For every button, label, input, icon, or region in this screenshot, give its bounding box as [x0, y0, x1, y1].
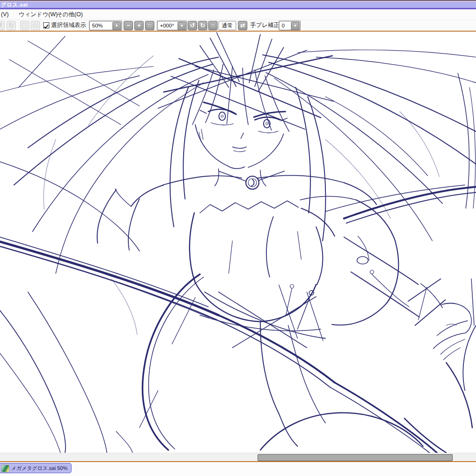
rotate-cw-icon: ↻ — [200, 22, 205, 29]
blend-mode-label: 通常 — [222, 22, 233, 29]
angle-value: +000° — [160, 21, 174, 30]
undo-button[interactable]: ↺ — [0, 21, 5, 30]
statusbar: メガメタグロス.sai 50% — [0, 462, 476, 476]
flip-horizontal-icon: ⇄ — [240, 22, 245, 29]
transform-selection-icon: ⬚ — [22, 22, 27, 29]
rotate-reset-button[interactable]: □ — [208, 21, 218, 30]
zoom-value: 50% — [92, 21, 103, 30]
window-title: グロス.sai — [1, 2, 28, 8]
chevron-down-icon: ▼ — [180, 24, 184, 28]
zoom-combobox[interactable]: 50% ▼ — [89, 21, 122, 30]
zoom-reset-icon: □ — [148, 23, 151, 28]
horizontal-scrollbar[interactable] — [0, 453, 476, 461]
ellipse-selection-icon: ⬭ — [33, 22, 38, 29]
rotate-ccw-icon: ↺ — [190, 22, 195, 29]
blend-mode-button[interactable]: 通常 — [218, 21, 236, 30]
rotate-cw-button[interactable]: ↻ — [198, 21, 207, 30]
stabilizer-combobox[interactable]: 0 ▼ — [279, 21, 300, 30]
angle-combobox[interactable]: +000° ▼ — [157, 21, 187, 30]
zoom-in-icon: + — [137, 22, 141, 29]
document-tab-name: メガメタグロス.sai — [11, 463, 56, 473]
undo-icon: ↺ — [0, 22, 2, 29]
drawing-canvas[interactable] — [0, 32, 476, 453]
menu-view[interactable]: (V) — [1, 9, 9, 20]
sai-application-window: グロス.sai (V) ウィンドウ(W) その他(O) ↺ ↻ ⬚ ⬭ 選択領域… — [0, 0, 476, 476]
document-thumbnail-icon — [1, 465, 9, 472]
horizontal-scrollbar-thumb[interactable] — [258, 454, 453, 461]
zoom-out-button[interactable]: − — [124, 21, 133, 30]
menubar: (V) ウィンドウ(W) その他(O) — [0, 9, 476, 20]
zoom-dropdown-button[interactable]: ▼ — [112, 22, 121, 30]
angle-dropdown-button[interactable]: ▼ — [178, 22, 186, 30]
selection-area-checkbox[interactable] — [43, 22, 49, 28]
transform-selection-button[interactable]: ⬚ — [20, 21, 29, 30]
menu-others[interactable]: その他(O) — [57, 9, 83, 20]
titlebar[interactable]: グロス.sai — [0, 2, 476, 8]
document-tab-zoom: 50% — [57, 463, 67, 473]
redo-button[interactable]: ↻ — [7, 21, 16, 30]
stabilizer-label: 手ブレ補正 — [250, 20, 279, 31]
checkmark-icon — [44, 24, 49, 29]
zoom-reset-button[interactable]: □ — [145, 21, 154, 30]
stabilizer-value: 0 — [282, 21, 284, 30]
selection-area-label: 選択領域表示 — [51, 20, 86, 31]
rotate-ccw-button[interactable]: ↺ — [188, 21, 197, 30]
redo-icon: ↻ — [9, 22, 14, 29]
ellipse-selection-button[interactable]: ⬭ — [31, 21, 40, 30]
menu-window[interactable]: ウィンドウ(W) — [19, 9, 58, 20]
flip-horizontal-button[interactable]: ⇄ — [238, 21, 247, 30]
sketch-drawing — [0, 32, 476, 453]
document-tab[interactable]: メガメタグロス.sai 50% — [0, 463, 72, 473]
zoom-in-button[interactable]: + — [134, 21, 144, 30]
chevron-down-icon: ▼ — [293, 24, 297, 28]
toolbar: ↺ ↻ ⬚ ⬭ 選択領域表示 50% ▼ − + □ — [0, 20, 476, 31]
chevron-down-icon: ▼ — [115, 24, 119, 28]
stabilizer-dropdown-button[interactable]: ▼ — [291, 22, 299, 30]
rotate-reset-icon: □ — [212, 23, 214, 28]
zoom-out-icon: − — [126, 22, 130, 29]
